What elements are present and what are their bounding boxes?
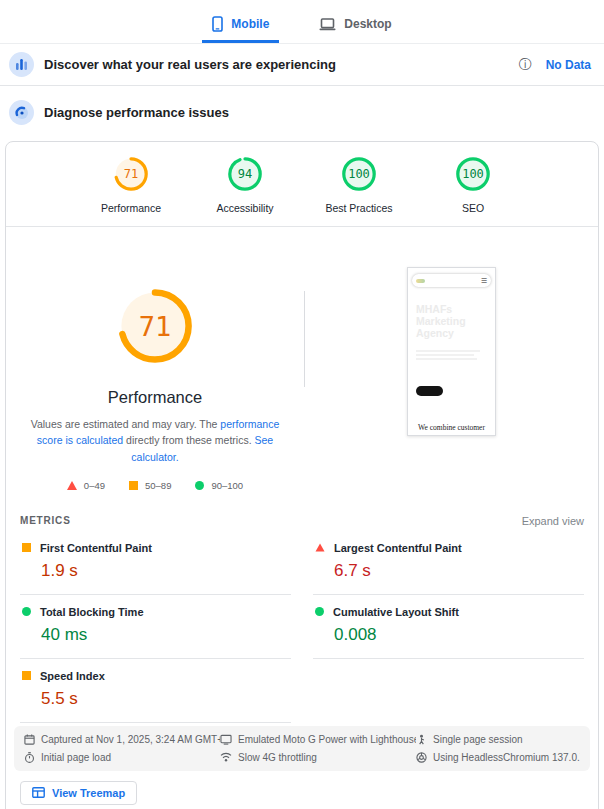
gauge-label: Best Practices <box>325 202 392 214</box>
final-screenshot-preview: ☰ MHAFs Marketing Agency We combine cust… <box>407 267 496 436</box>
score-value: 94 <box>226 155 264 193</box>
metric-value: 1.9 s <box>41 561 291 581</box>
discover-title: Discover what your real users are experi… <box>44 57 336 72</box>
info-icon[interactable]: ⓘ <box>519 56 532 74</box>
pass-circle-icon <box>22 607 31 616</box>
initial-page-load: Initial page load <box>24 752 220 763</box>
metric-speed-index[interactable]: Speed Index 5.5 s <box>20 659 291 723</box>
session-icon <box>416 734 427 745</box>
metric-value: 0.008 <box>334 625 584 645</box>
device-icon <box>220 734 232 745</box>
session-type[interactable]: Single page session <box>416 734 580 745</box>
metric-label: First Contentful Paint <box>40 542 152 554</box>
performance-gauge-icon <box>9 100 34 125</box>
chromium-icon <box>416 752 427 763</box>
performance-score-gauge: 71 <box>113 284 197 368</box>
desktop-laptop-icon <box>319 18 336 31</box>
pass-circle-icon <box>195 481 204 490</box>
gauge-seo[interactable]: 100 SEO <box>436 155 510 214</box>
expand-view-link[interactable]: Expand view <box>522 515 584 527</box>
metric-label: Cumulative Layout Shift <box>333 606 459 618</box>
tab-mobile[interactable]: Mobile <box>202 10 279 43</box>
score-value: 100 <box>340 155 378 193</box>
metric-label: Total Blocking Time <box>40 606 144 618</box>
preview-heading: MHAFs Marketing Agency <box>416 303 495 339</box>
preview-navbar: ☰ <box>412 274 491 287</box>
device-tabbar: Mobile Desktop <box>0 0 604 44</box>
lighthouse-report-card: 71 Performance 94 Accessibility 100 Best… <box>5 141 599 809</box>
diagnose-section-header: Diagnose performance issues <box>0 86 604 141</box>
preview-caption: We combine customer <box>408 421 495 435</box>
description-text: directly from these metrics. <box>123 434 254 446</box>
performance-overview: 71 Performance Values are estimated and … <box>6 227 598 491</box>
metric-label: Speed Index <box>40 670 105 682</box>
tab-desktop[interactable]: Desktop <box>309 10 401 43</box>
metrics-heading: METRICS <box>20 515 71 526</box>
fail-triangle-icon <box>67 481 77 490</box>
calendar-icon <box>24 734 35 745</box>
throttling[interactable]: Slow 4G throttling <box>220 752 416 763</box>
metrics-header: METRICS Expand view <box>6 491 598 531</box>
tab-desktop-label: Desktop <box>344 17 391 31</box>
score-legend: 0–49 50–89 90–100 <box>6 480 304 491</box>
score-value: 100 <box>454 155 492 193</box>
gauge-label: Accessibility <box>216 202 273 214</box>
metric-cls[interactable]: Cumulative Layout Shift 0.008 <box>313 595 584 659</box>
diagnose-title: Diagnose performance issues <box>44 105 229 120</box>
stopwatch-icon <box>24 752 35 763</box>
performance-title: Performance <box>6 388 304 407</box>
gauge-best-practices[interactable]: 100 Best Practices <box>322 155 396 214</box>
metrics-grid: First Contentful Paint 1.9 s Largest Con… <box>6 531 598 723</box>
no-data-link[interactable]: No Data <box>546 58 591 72</box>
legend-pass: 90–100 <box>195 480 243 491</box>
fail-triangle-icon <box>316 544 325 552</box>
metric-empty-cell <box>313 659 584 723</box>
legend-fail: 0–49 <box>67 480 105 491</box>
pass-circle-icon <box>315 607 324 616</box>
gauge-label: SEO <box>462 202 484 214</box>
metric-label: Largest Contentful Paint <box>334 542 462 554</box>
metric-lcp[interactable]: Largest Contentful Paint 6.7 s <box>313 531 584 595</box>
score-value: 71 <box>112 155 150 193</box>
metric-fcp[interactable]: First Contentful Paint 1.9 s <box>20 531 291 595</box>
wifi-icon <box>220 752 232 762</box>
category-scores-row: 71 Performance 94 Accessibility 100 Best… <box>6 142 598 227</box>
metric-value: 40 ms <box>41 625 291 645</box>
view-treemap-button[interactable]: View Treemap <box>20 781 137 805</box>
gauge-accessibility[interactable]: 94 Accessibility <box>208 155 282 214</box>
test-environment-bar: Captured at Nov 1, 2025, 3:24 AM GMT+5 I… <box>14 726 590 771</box>
captured-at: Captured at Nov 1, 2025, 3:24 AM GMT+5 <box>24 734 220 745</box>
description-text: Values are estimated and may vary. The <box>31 418 221 430</box>
preview-paragraph <box>408 348 495 360</box>
gauge-performance[interactable]: 71 Performance <box>94 155 168 214</box>
mobile-phone-icon <box>212 16 223 32</box>
browser-version[interactable]: Using HeadlessChromium 137.0.7151.119 wi… <box>416 752 580 763</box>
performance-score-value: 71 <box>113 284 197 368</box>
legend-range: 50–89 <box>145 480 171 491</box>
discover-section-header: Discover what your real users are experi… <box>0 44 604 86</box>
tab-mobile-label: Mobile <box>231 17 269 31</box>
preview-logo <box>416 279 425 283</box>
gauge-label: Performance <box>101 202 161 214</box>
metric-value: 5.5 s <box>41 689 291 709</box>
performance-description: Values are estimated and may vary. The p… <box>30 416 280 465</box>
hamburger-menu-icon: ☰ <box>481 277 487 284</box>
preview-cta-button <box>416 386 443 396</box>
metric-value: 6.7 s <box>334 561 584 581</box>
average-square-icon <box>22 671 31 680</box>
view-treemap-label: View Treemap <box>52 787 125 799</box>
legend-range: 0–49 <box>84 480 105 491</box>
treemap-icon <box>32 787 45 798</box>
average-square-icon <box>129 481 138 490</box>
legend-average: 50–89 <box>129 480 171 491</box>
real-users-icon <box>9 52 34 77</box>
metric-tbt[interactable]: Total Blocking Time 40 ms <box>20 595 291 659</box>
legend-range: 90–100 <box>211 480 243 491</box>
average-square-icon <box>22 543 31 552</box>
emulated-device[interactable]: Emulated Moto G Power with Lighthouse 13… <box>220 734 416 745</box>
